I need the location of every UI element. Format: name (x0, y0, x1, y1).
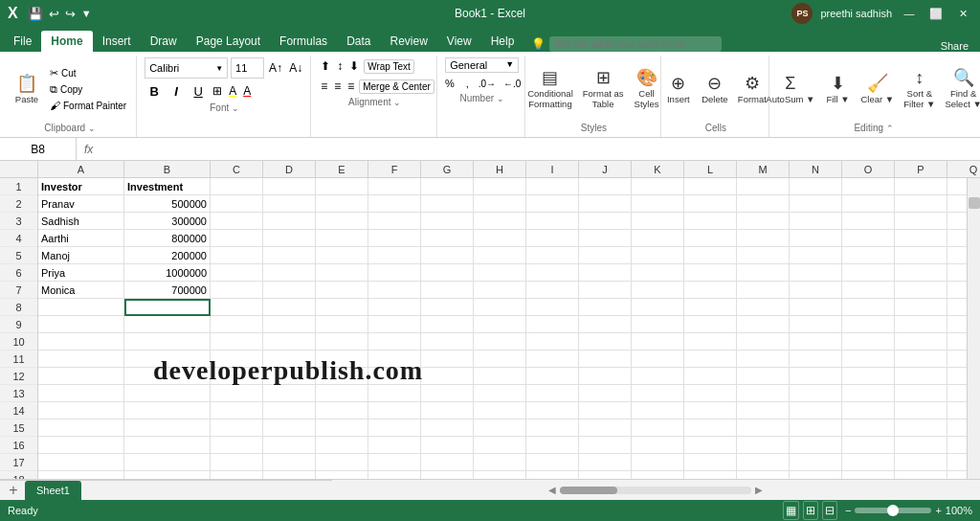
cell-h6[interactable] (474, 264, 526, 282)
cell-m6[interactable] (737, 264, 790, 282)
italic-button[interactable]: I (167, 81, 186, 101)
cell-m18[interactable] (737, 471, 790, 479)
cell-j4[interactable] (579, 230, 632, 247)
cell-h16[interactable] (474, 437, 526, 454)
cell-j8[interactable] (579, 299, 632, 316)
cell-j9[interactable] (579, 316, 632, 333)
cell-b15[interactable] (124, 419, 211, 437)
cell-l2[interactable] (684, 195, 737, 213)
cell-b13[interactable] (124, 385, 211, 402)
cell-h1[interactable] (474, 178, 526, 195)
cell-m2[interactable] (737, 195, 790, 213)
cell-h9[interactable] (474, 316, 526, 333)
cell-i16[interactable] (526, 437, 579, 454)
copy-button[interactable]: ⧉Copy (46, 82, 130, 97)
row-number-10[interactable]: 10 (0, 333, 37, 351)
vertical-scrollbar[interactable] (967, 178, 980, 479)
cell-k3[interactable] (632, 213, 684, 230)
cell-l13[interactable] (684, 385, 737, 402)
cell-i18[interactable] (526, 471, 579, 479)
cell-m16[interactable] (737, 437, 790, 454)
cell-i3[interactable] (526, 213, 579, 230)
cell-f14[interactable] (368, 402, 421, 419)
cell-n15[interactable] (790, 419, 842, 437)
cell-p1[interactable] (895, 178, 947, 195)
col-header-a[interactable]: A (38, 161, 124, 178)
cell-j7[interactable] (579, 282, 632, 299)
tab-draw[interactable]: Draw (141, 31, 187, 52)
cell-a7[interactable]: Monica (38, 282, 124, 299)
cell-j2[interactable] (579, 195, 632, 213)
tab-view[interactable]: View (437, 31, 481, 52)
font-size-selector[interactable]: 11 (231, 57, 264, 79)
cell-g2[interactable] (421, 195, 474, 213)
align-left-icon[interactable]: ≡ (319, 78, 329, 95)
row-number-9[interactable]: 9 (0, 316, 37, 333)
cell-e5[interactable] (316, 247, 368, 264)
cell-m3[interactable] (737, 213, 790, 230)
cell-a2[interactable]: Pranav (38, 195, 124, 213)
zoom-in-btn[interactable]: + (935, 505, 941, 516)
col-header-f[interactable]: F (368, 161, 421, 178)
cell-f16[interactable] (368, 437, 421, 454)
cell-b12[interactable] (124, 368, 211, 385)
cell-p2[interactable] (895, 195, 947, 213)
cell-i10[interactable] (526, 333, 579, 351)
cell-p4[interactable] (895, 230, 947, 247)
col-header-k[interactable]: K (632, 161, 684, 178)
cell-k9[interactable] (632, 316, 684, 333)
cell-n16[interactable] (790, 437, 842, 454)
cell-f11[interactable] (368, 351, 421, 368)
cell-o7[interactable] (842, 282, 895, 299)
cell-o8[interactable] (842, 299, 895, 316)
cell-e8[interactable] (316, 299, 368, 316)
cell-i17[interactable] (526, 454, 579, 471)
share-button[interactable]: Share (933, 40, 976, 52)
sort-filter-button[interactable]: ↕ Sort &Filter ▼ (900, 67, 939, 111)
cell-o10[interactable] (842, 333, 895, 351)
cell-h11[interactable] (474, 351, 526, 368)
cell-n13[interactable] (790, 385, 842, 402)
cell-j3[interactable] (579, 213, 632, 230)
cell-m12[interactable] (737, 368, 790, 385)
comma-button[interactable]: , (462, 76, 473, 91)
tab-file[interactable]: File (4, 31, 41, 52)
cell-l9[interactable] (684, 316, 737, 333)
cell-h10[interactable] (474, 333, 526, 351)
cell-o13[interactable] (842, 385, 895, 402)
cell-a13[interactable] (38, 385, 124, 402)
cell-a4[interactable]: Aarthi (38, 230, 124, 247)
page-break-view-btn[interactable]: ⊟ (822, 501, 837, 520)
cell-n7[interactable] (790, 282, 842, 299)
cell-m15[interactable] (737, 419, 790, 437)
cell-p10[interactable] (895, 333, 947, 351)
cell-m5[interactable] (737, 247, 790, 264)
cell-j10[interactable] (579, 333, 632, 351)
cell-a16[interactable] (38, 437, 124, 454)
cell-c7[interactable] (211, 282, 263, 299)
cell-n11[interactable] (790, 351, 842, 368)
cell-j13[interactable] (579, 385, 632, 402)
cell-e10[interactable] (316, 333, 368, 351)
cell-j17[interactable] (579, 454, 632, 471)
cell-j18[interactable] (579, 471, 632, 479)
cell-h5[interactable] (474, 247, 526, 264)
cell-q9[interactable] (947, 316, 967, 333)
cell-q14[interactable] (947, 402, 967, 419)
cell-d4[interactable] (263, 230, 316, 247)
minimize-button[interactable]: — (900, 4, 919, 23)
col-header-g[interactable]: G (421, 161, 474, 178)
cell-k18[interactable] (632, 471, 684, 479)
cell-k1[interactable] (632, 178, 684, 195)
decrease-decimal-button[interactable]: ←.0 (501, 78, 523, 90)
cell-e6[interactable] (316, 264, 368, 282)
cell-e12[interactable] (316, 368, 368, 385)
cell-g11[interactable] (421, 351, 474, 368)
cell-q5[interactable] (947, 247, 967, 264)
cell-b10[interactable] (124, 333, 211, 351)
cell-d8[interactable] (263, 299, 316, 316)
cell-f3[interactable] (368, 213, 421, 230)
cell-e14[interactable] (316, 402, 368, 419)
cell-l7[interactable] (684, 282, 737, 299)
cell-g10[interactable] (421, 333, 474, 351)
